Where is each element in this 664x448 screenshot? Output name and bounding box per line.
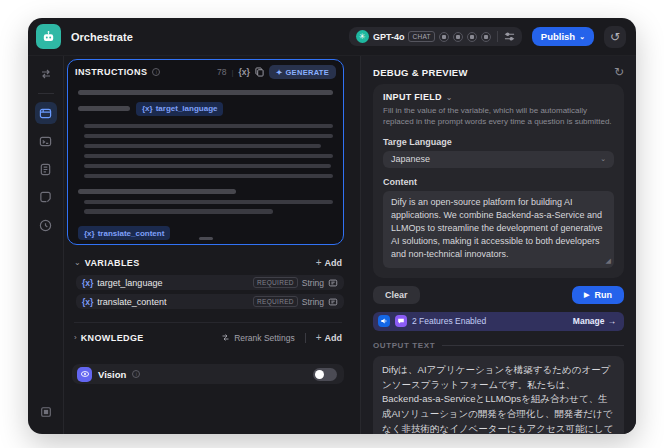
input-field-card: INPUT FIELD ⌄ Fill in the value of the v… bbox=[373, 84, 624, 278]
text-to-speech-icon bbox=[378, 315, 390, 327]
input-field-header[interactable]: INPUT FIELD ⌄ bbox=[383, 92, 614, 102]
divider bbox=[38, 93, 54, 94]
run-button[interactable]: ▶ Run bbox=[572, 286, 624, 304]
redacted-text-line bbox=[84, 134, 333, 139]
chevron-down-icon[interactable]: ⌄ bbox=[74, 258, 81, 267]
rerank-icon bbox=[221, 333, 230, 342]
redacted-text-line bbox=[84, 144, 321, 149]
sidebar-item-api[interactable] bbox=[35, 130, 57, 152]
capability-icon-1 bbox=[439, 32, 449, 42]
capability-icon-2 bbox=[453, 32, 463, 42]
variables-title: VARIABLES bbox=[85, 258, 140, 268]
resize-handle[interactable] bbox=[199, 237, 213, 240]
sidebar-collapse-icon[interactable] bbox=[35, 401, 57, 423]
divider bbox=[497, 31, 498, 42]
content-label: Content bbox=[383, 177, 614, 187]
redacted-text-line bbox=[84, 154, 333, 159]
instructions-editor[interactable]: INSTRUCTIONS i 78 | {x} ✦ GENERATE bbox=[67, 59, 344, 245]
divider bbox=[74, 322, 342, 323]
insert-variable-icon[interactable]: {x} bbox=[239, 67, 250, 77]
vision-label: Vision bbox=[98, 369, 126, 380]
variables-header: ⌄ VARIABLES + Add bbox=[67, 257, 344, 268]
vision-eye-icon bbox=[77, 367, 92, 382]
model-selector[interactable]: ✳ GPT-4o CHAT bbox=[349, 27, 522, 46]
divider bbox=[442, 345, 624, 346]
redacted-text-line bbox=[84, 174, 333, 179]
info-icon: i bbox=[132, 370, 140, 378]
chevron-right-icon[interactable]: › bbox=[74, 333, 77, 342]
chevron-down-icon: ⌄ bbox=[600, 155, 606, 163]
capability-icon-3 bbox=[467, 32, 477, 42]
add-variable-button[interactable]: + Add bbox=[316, 257, 342, 268]
required-badge: REQUIRED bbox=[253, 296, 298, 307]
publish-button[interactable]: Publish⌄ bbox=[532, 27, 594, 46]
variable-row-translate-content[interactable]: {x} translate_content REQUIRED String bbox=[76, 294, 344, 309]
add-knowledge-button[interactable]: + Add bbox=[316, 332, 342, 343]
chevron-down-icon: ⌄ bbox=[579, 33, 585, 41]
instructions-body[interactable]: {x} target_language {x} bbox=[68, 81, 343, 244]
string-type-icon[interactable] bbox=[328, 278, 338, 288]
variable-icon: {x} bbox=[142, 104, 153, 113]
vision-feature-card: Vision i bbox=[72, 364, 344, 384]
debug-header: DEBUG & PREVIEW ↻ bbox=[373, 63, 624, 81]
debug-preview-panel: DEBUG & PREVIEW ↻ INPUT FIELD ⌄ Fill in … bbox=[360, 56, 636, 434]
sidebar-item-monitoring[interactable] bbox=[35, 214, 57, 236]
debug-title: DEBUG & PREVIEW bbox=[373, 67, 468, 78]
openai-logo-icon: ✳ bbox=[356, 30, 369, 43]
clear-button[interactable]: Clear bbox=[373, 286, 420, 304]
redacted-text-line bbox=[78, 106, 130, 111]
app-window: Orchestrate ✳ GPT-4o CHAT Publish⌄ ↺ bbox=[28, 18, 636, 434]
model-params-icon[interactable] bbox=[504, 31, 515, 42]
variable-type: String bbox=[302, 278, 324, 288]
play-icon: ▶ bbox=[584, 291, 589, 299]
output-text-header: OUTPUT TEXT bbox=[373, 341, 624, 350]
string-type-icon[interactable] bbox=[328, 297, 338, 307]
capability-icon-4 bbox=[481, 32, 491, 42]
rerank-settings-button[interactable]: Rerank Settings bbox=[221, 333, 294, 343]
sidebar-item-annotations[interactable] bbox=[35, 186, 57, 208]
sparkle-icon: ✦ bbox=[276, 68, 283, 77]
instructions-header: INSTRUCTIONS i 78 | {x} ✦ GENERATE bbox=[68, 60, 343, 81]
instructions-title: INSTRUCTIONS bbox=[75, 67, 147, 77]
char-count: 78 bbox=[217, 67, 226, 77]
sidebar-item-orchestrate[interactable] bbox=[35, 102, 57, 124]
variable-icon: {x} bbox=[82, 297, 93, 307]
variable-type: String bbox=[302, 297, 324, 307]
vision-toggle[interactable] bbox=[313, 368, 337, 381]
model-mode-badge: CHAT bbox=[408, 31, 434, 42]
refresh-icon[interactable]: ↻ bbox=[614, 66, 624, 78]
plus-icon: + bbox=[316, 257, 322, 268]
sidebar-item-logs[interactable] bbox=[35, 158, 57, 180]
divider bbox=[305, 333, 306, 343]
history-icon: ↺ bbox=[610, 30, 620, 44]
chevron-down-icon: ⌄ bbox=[446, 93, 453, 102]
manage-features-button[interactable]: Manage → bbox=[573, 316, 616, 326]
divider: | bbox=[231, 68, 233, 77]
model-name: GPT-4o bbox=[373, 32, 405, 42]
features-enabled-text: 2 Features Enabled bbox=[412, 316, 486, 326]
variable-row-target-language[interactable]: {x} target_language REQUIRED String bbox=[76, 275, 344, 290]
resize-corner-icon[interactable]: ◢ bbox=[606, 256, 611, 266]
arrow-right-icon: → bbox=[608, 316, 617, 326]
output-text-bubble: Difyは、AIアプリケーションを構築するためのオープンソースプラットフォームで… bbox=[373, 356, 624, 434]
features-bar[interactable]: 2 Features Enabled Manage → bbox=[373, 312, 624, 331]
variable-chip-translate-content[interactable]: {x} translate_content bbox=[78, 226, 170, 240]
content-textarea[interactable]: Dify is an open-source platform for buil… bbox=[383, 191, 614, 268]
knowledge-title: KNOWLEDGE bbox=[81, 333, 144, 343]
required-badge: REQUIRED bbox=[253, 277, 298, 288]
top-header: Orchestrate ✳ GPT-4o CHAT Publish⌄ ↺ bbox=[28, 18, 636, 56]
variable-chip-target-language[interactable]: {x} target_language bbox=[136, 102, 223, 116]
app-switch-icon[interactable] bbox=[35, 63, 57, 85]
page-title: Orchestrate bbox=[71, 31, 133, 43]
redacted-text-line bbox=[78, 189, 236, 194]
plus-icon: + bbox=[316, 332, 322, 343]
generate-button[interactable]: ✦ GENERATE bbox=[269, 65, 336, 79]
icon-sidebar bbox=[28, 56, 64, 434]
redacted-text-line bbox=[84, 209, 273, 214]
version-history-button[interactable]: ↺ bbox=[604, 26, 626, 48]
copy-icon[interactable] bbox=[255, 67, 264, 77]
redacted-text-line bbox=[84, 124, 333, 129]
app-robot-icon bbox=[36, 24, 61, 49]
target-language-select[interactable]: Japanese ⌄ bbox=[383, 151, 614, 168]
redacted-text-line bbox=[84, 200, 333, 205]
